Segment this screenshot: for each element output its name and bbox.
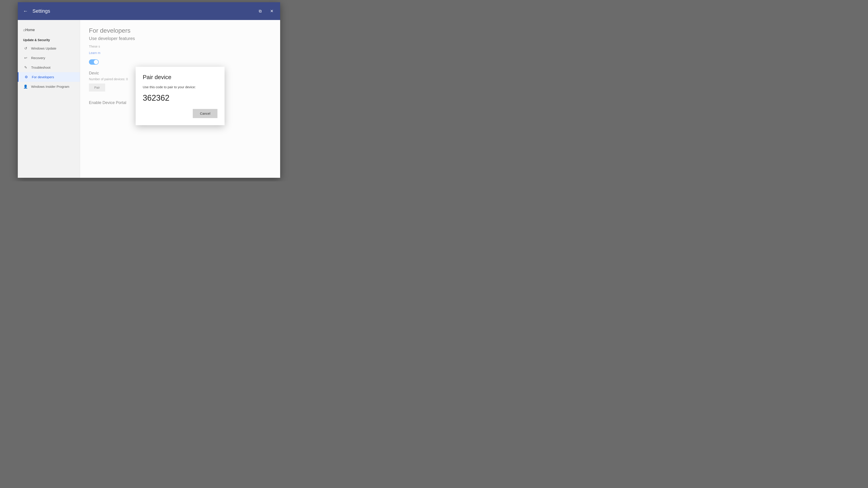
refresh-icon bbox=[23, 46, 28, 51]
dev-icon bbox=[24, 75, 29, 79]
sidebar-item-label: Troubleshoot bbox=[31, 66, 51, 69]
dialog-message: Use this code to pair to your device: bbox=[143, 85, 217, 89]
sidebar-item-label: For developers bbox=[32, 75, 54, 79]
wrench-icon bbox=[23, 65, 28, 70]
cancel-button[interactable]: Cancel bbox=[193, 109, 217, 118]
sidebar-item-label: Windows Update bbox=[31, 46, 56, 50]
settings-window: ← Settings ⧉ ✕ Home Update & Security Wi… bbox=[18, 2, 280, 178]
title-bar: ← Settings ⧉ ✕ bbox=[18, 2, 280, 20]
title-controls: ⧉ ✕ bbox=[256, 7, 276, 15]
back-button[interactable]: ← bbox=[23, 8, 28, 14]
sidebar-item-troubleshoot[interactable]: Troubleshoot bbox=[18, 63, 80, 72]
sidebar-item-recovery[interactable]: Recovery bbox=[18, 53, 80, 63]
insider-icon bbox=[23, 85, 28, 89]
main-content: For developers Use developer features Th… bbox=[80, 20, 280, 178]
sidebar-item-windows-insider[interactable]: Windows Insider Program bbox=[18, 82, 80, 91]
window-body: Home Update & Security Windows Update Re… bbox=[18, 20, 280, 178]
sidebar-section-title: Update & Security bbox=[18, 35, 80, 43]
sidebar-item-label: Recovery bbox=[31, 56, 45, 60]
sidebar-item-for-developers[interactable]: For developers bbox=[18, 72, 80, 82]
sidebar-item-home[interactable]: Home bbox=[18, 25, 80, 35]
window-title: Settings bbox=[32, 8, 50, 14]
recovery-icon bbox=[23, 56, 28, 60]
sidebar-item-label: Windows Insider Program bbox=[31, 85, 69, 89]
dialog-actions: Cancel bbox=[143, 109, 217, 118]
sidebar: Home Update & Security Windows Update Re… bbox=[18, 20, 80, 178]
sidebar-item-windows-update[interactable]: Windows Update bbox=[18, 43, 80, 53]
pair-code: 362362 bbox=[143, 93, 217, 103]
home-label: Home bbox=[25, 28, 35, 32]
restore-button[interactable]: ⧉ bbox=[256, 7, 264, 15]
close-button[interactable]: ✕ bbox=[268, 7, 276, 15]
dialog-title: Pair device bbox=[143, 74, 217, 81]
home-icon bbox=[23, 28, 25, 32]
pair-device-dialog: Pair device Use this code to pair to you… bbox=[135, 67, 224, 125]
